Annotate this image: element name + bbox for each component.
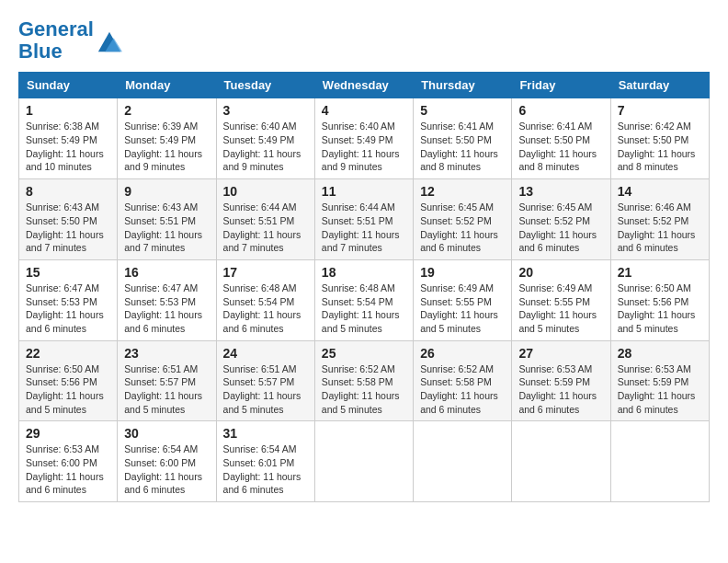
calendar-cell: 12Sunrise: 6:45 AMSunset: 5:52 PMDayligh… — [414, 179, 512, 260]
calendar-cell: 16Sunrise: 6:47 AMSunset: 5:53 PMDayligh… — [118, 259, 216, 340]
calendar-cell: 22Sunrise: 6:50 AMSunset: 5:56 PMDayligh… — [19, 340, 118, 421]
calendar-cell: 14Sunrise: 6:46 AMSunset: 5:52 PMDayligh… — [610, 179, 709, 260]
calendar-cell: 5Sunrise: 6:41 AMSunset: 5:50 PMDaylight… — [414, 98, 512, 179]
calendar-cell: 26Sunrise: 6:52 AMSunset: 5:58 PMDayligh… — [414, 340, 512, 421]
header-row: SundayMondayTuesdayWednesdayThursdayFrid… — [19, 73, 710, 98]
calendar-cell: 9Sunrise: 6:43 AMSunset: 5:51 PMDaylight… — [118, 179, 216, 260]
page-header: GeneralBlue — [18, 18, 710, 63]
calendar-cell: 25Sunrise: 6:52 AMSunset: 5:58 PMDayligh… — [314, 340, 413, 421]
col-header-wednesday: Wednesday — [314, 73, 413, 98]
week-row-4: 22Sunrise: 6:50 AMSunset: 5:56 PMDayligh… — [19, 340, 710, 421]
calendar-cell: 7Sunrise: 6:42 AMSunset: 5:50 PMDaylight… — [610, 98, 709, 179]
calendar-cell: 4Sunrise: 6:40 AMSunset: 5:49 PMDaylight… — [314, 98, 413, 179]
day-number: 18 — [322, 265, 406, 280]
col-header-thursday: Thursday — [414, 73, 512, 98]
calendar-cell: 28Sunrise: 6:53 AMSunset: 5:59 PMDayligh… — [610, 340, 709, 421]
day-number: 10 — [223, 184, 308, 199]
day-info: Sunrise: 6:43 AMSunset: 5:51 PMDaylight:… — [124, 201, 209, 255]
calendar-cell: 31Sunrise: 6:54 AMSunset: 6:01 PMDayligh… — [216, 421, 314, 502]
day-number: 13 — [518, 184, 603, 199]
day-info: Sunrise: 6:49 AMSunset: 5:55 PMDaylight:… — [518, 282, 603, 336]
calendar-cell: 18Sunrise: 6:48 AMSunset: 5:54 PMDayligh… — [314, 259, 413, 340]
calendar-cell: 3Sunrise: 6:40 AMSunset: 5:49 PMDaylight… — [216, 98, 314, 179]
day-info: Sunrise: 6:53 AMSunset: 5:59 PMDaylight:… — [518, 362, 603, 417]
day-info: Sunrise: 6:47 AMSunset: 5:53 PMDaylight:… — [26, 282, 110, 336]
day-number: 6 — [518, 103, 603, 118]
day-number: 29 — [26, 426, 110, 441]
day-info: Sunrise: 6:50 AMSunset: 5:56 PMDaylight:… — [618, 282, 702, 336]
day-number: 25 — [322, 346, 406, 361]
week-row-3: 15Sunrise: 6:47 AMSunset: 5:53 PMDayligh… — [19, 259, 710, 340]
day-number: 27 — [518, 346, 603, 361]
week-row-1: 1Sunrise: 6:38 AMSunset: 5:49 PMDaylight… — [19, 98, 710, 179]
calendar-cell — [414, 421, 512, 502]
day-number: 8 — [26, 184, 110, 199]
calendar-cell: 11Sunrise: 6:44 AMSunset: 5:51 PMDayligh… — [314, 179, 413, 260]
logo: GeneralBlue — [18, 18, 122, 63]
calendar-cell: 13Sunrise: 6:45 AMSunset: 5:52 PMDayligh… — [512, 179, 610, 260]
day-info: Sunrise: 6:45 AMSunset: 5:52 PMDaylight:… — [420, 201, 505, 255]
calendar-cell: 30Sunrise: 6:54 AMSunset: 6:00 PMDayligh… — [118, 421, 216, 502]
day-number: 4 — [322, 103, 406, 118]
day-number: 20 — [518, 265, 603, 280]
col-header-monday: Monday — [118, 73, 216, 98]
day-info: Sunrise: 6:45 AMSunset: 5:52 PMDaylight:… — [518, 201, 603, 255]
day-number: 1 — [26, 103, 110, 118]
day-number: 12 — [420, 184, 505, 199]
calendar-cell: 2Sunrise: 6:39 AMSunset: 5:49 PMDaylight… — [118, 98, 216, 179]
calendar-cell: 24Sunrise: 6:51 AMSunset: 5:57 PMDayligh… — [216, 340, 314, 421]
day-info: Sunrise: 6:50 AMSunset: 5:56 PMDaylight:… — [26, 362, 110, 417]
day-number: 28 — [618, 346, 702, 361]
day-number: 3 — [223, 103, 308, 118]
day-info: Sunrise: 6:38 AMSunset: 5:49 PMDaylight:… — [26, 120, 110, 174]
day-info: Sunrise: 6:47 AMSunset: 5:53 PMDaylight:… — [124, 282, 209, 336]
day-info: Sunrise: 6:40 AMSunset: 5:49 PMDaylight:… — [322, 120, 406, 174]
day-info: Sunrise: 6:48 AMSunset: 5:54 PMDaylight:… — [223, 282, 308, 336]
day-number: 17 — [223, 265, 308, 280]
day-number: 26 — [420, 346, 505, 361]
day-info: Sunrise: 6:41 AMSunset: 5:50 PMDaylight:… — [420, 120, 505, 174]
day-info: Sunrise: 6:54 AMSunset: 6:01 PMDaylight:… — [223, 442, 308, 497]
calendar-cell: 27Sunrise: 6:53 AMSunset: 5:59 PMDayligh… — [512, 340, 610, 421]
day-number: 19 — [420, 265, 505, 280]
calendar-table: SundayMondayTuesdayWednesdayThursdayFrid… — [18, 72, 710, 502]
day-info: Sunrise: 6:52 AMSunset: 5:58 PMDaylight:… — [322, 362, 406, 417]
day-info: Sunrise: 6:54 AMSunset: 6:00 PMDaylight:… — [124, 442, 209, 497]
logo-icon — [97, 28, 122, 53]
day-number: 21 — [618, 265, 702, 280]
calendar-cell: 20Sunrise: 6:49 AMSunset: 5:55 PMDayligh… — [512, 259, 610, 340]
calendar-cell: 8Sunrise: 6:43 AMSunset: 5:50 PMDaylight… — [19, 179, 118, 260]
calendar-cell: 6Sunrise: 6:41 AMSunset: 5:50 PMDaylight… — [512, 98, 610, 179]
calendar-cell — [314, 421, 413, 502]
day-info: Sunrise: 6:39 AMSunset: 5:49 PMDaylight:… — [124, 120, 209, 174]
day-info: Sunrise: 6:44 AMSunset: 5:51 PMDaylight:… — [223, 201, 308, 255]
calendar-cell: 15Sunrise: 6:47 AMSunset: 5:53 PMDayligh… — [19, 259, 118, 340]
day-number: 31 — [223, 426, 308, 441]
week-row-2: 8Sunrise: 6:43 AMSunset: 5:50 PMDaylight… — [19, 179, 710, 260]
day-info: Sunrise: 6:53 AMSunset: 5:59 PMDaylight:… — [618, 362, 702, 417]
calendar-cell: 29Sunrise: 6:53 AMSunset: 6:00 PMDayligh… — [19, 421, 118, 502]
day-number: 24 — [223, 346, 308, 361]
day-number: 9 — [124, 184, 209, 199]
day-info: Sunrise: 6:44 AMSunset: 5:51 PMDaylight:… — [322, 201, 406, 255]
day-number: 23 — [124, 346, 209, 361]
day-info: Sunrise: 6:46 AMSunset: 5:52 PMDaylight:… — [618, 201, 702, 255]
calendar-cell — [610, 421, 709, 502]
calendar-cell: 17Sunrise: 6:48 AMSunset: 5:54 PMDayligh… — [216, 259, 314, 340]
day-info: Sunrise: 6:51 AMSunset: 5:57 PMDaylight:… — [223, 362, 308, 417]
col-header-sunday: Sunday — [19, 73, 118, 98]
calendar-cell: 19Sunrise: 6:49 AMSunset: 5:55 PMDayligh… — [414, 259, 512, 340]
day-info: Sunrise: 6:48 AMSunset: 5:54 PMDaylight:… — [322, 282, 406, 336]
day-number: 22 — [26, 346, 110, 361]
logo-text: GeneralBlue — [18, 18, 94, 63]
day-info: Sunrise: 6:40 AMSunset: 5:49 PMDaylight:… — [223, 120, 308, 174]
day-number: 7 — [618, 103, 702, 118]
calendar-cell: 23Sunrise: 6:51 AMSunset: 5:57 PMDayligh… — [118, 340, 216, 421]
day-info: Sunrise: 6:51 AMSunset: 5:57 PMDaylight:… — [124, 362, 209, 417]
calendar-cell: 1Sunrise: 6:38 AMSunset: 5:49 PMDaylight… — [19, 98, 118, 179]
week-row-5: 29Sunrise: 6:53 AMSunset: 6:00 PMDayligh… — [19, 421, 710, 502]
day-number: 16 — [124, 265, 209, 280]
day-number: 11 — [322, 184, 406, 199]
col-header-friday: Friday — [512, 73, 610, 98]
calendar-cell: 10Sunrise: 6:44 AMSunset: 5:51 PMDayligh… — [216, 179, 314, 260]
